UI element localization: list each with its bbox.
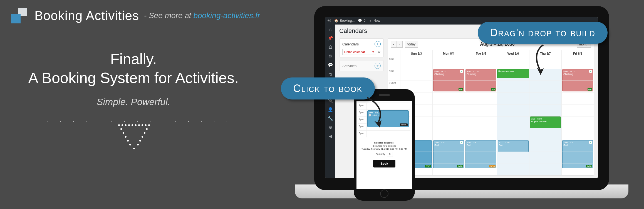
selected-line2: Tuesday, February 21, 2017 3:00 PM 5:30 … [361, 148, 407, 150]
wp-new-label: New [373, 19, 380, 23]
tools-icon[interactable]: 🔧 [325, 114, 335, 123]
calendar-select-value: Demo calendar [344, 50, 365, 54]
day-fri: Fri 8/8 [561, 50, 594, 57]
collapse-icon[interactable]: ◀ [325, 132, 335, 140]
book-button[interactable]: Book [373, 160, 395, 167]
wp-site-link[interactable]: 🏠 Booking... [334, 19, 355, 23]
callout-click-to-book: Click to book [281, 77, 375, 99]
settings-icon[interactable]: ⚙ [325, 123, 335, 132]
hero-copy: Finally. A Booking System for Activities… [0, 50, 267, 149]
hero-line2: A Booking System for Activities. [28, 69, 239, 86]
hero-line1: Finally. [110, 50, 157, 67]
media-icon[interactable]: 🖾 [325, 43, 335, 51]
wp-comments-link[interactable]: 💬 0 [358, 19, 365, 23]
see-more-label: - See more at [144, 11, 193, 20]
check-icon: ✓ [460, 70, 463, 73]
pin-icon[interactable]: 📌 [325, 34, 335, 42]
calendar-editor: ‹ › today Aug 3 – 10, 2036 month [388, 38, 594, 176]
products-icon[interactable]: 🛍 [325, 70, 335, 78]
panel-calendars: Calendars ＋ Demo calendar▾ ⚙ [339, 38, 384, 57]
comments-icon[interactable]: 💬 [325, 61, 335, 69]
check-icon: ✓ [589, 70, 592, 73]
phone-home-button[interactable] [380, 189, 388, 198]
brand-subtitle: - See more at booking-activities.fr [144, 11, 260, 20]
brand-title: Booking Activities [34, 8, 139, 23]
divider-dots: · · · · · · · · · · · · · · · · [34, 118, 232, 124]
calendar-select[interactable]: Demo calendar▾ [342, 49, 376, 55]
check-icon: ✓ [460, 141, 463, 144]
pages-icon[interactable]: 🗐 [325, 52, 335, 60]
hero-line3: Simple. Powerful. [97, 96, 170, 107]
panel-activities: Activities ＋ [339, 60, 384, 71]
chevron-down-icon [118, 124, 149, 149]
logo-icon [11, 8, 27, 23]
wp-admin-sidebar: ⌂ 📌 🖾 🗐 💬 🛍 📅 🖌 🔌 👤 🔧 ⚙ ◀ [325, 25, 335, 178]
day-mon: Mon 8/4 [432, 50, 465, 57]
cal-today-button[interactable]: today [405, 41, 418, 48]
add-calendar-button[interactable]: ＋ [375, 41, 381, 47]
check-icon: ✓ [589, 141, 592, 144]
wp-comments-count: 0 [363, 19, 365, 23]
day-tue: Tue 8/5 [465, 50, 497, 57]
dashboard-icon[interactable]: ⌂ [325, 25, 335, 33]
add-activity-button[interactable]: ＋ [375, 63, 381, 69]
wp-logo-icon[interactable]: ⓦ [328, 18, 331, 23]
cal-grid[interactable]: 8am 9am 9:00 - 11:00Climbing✓0/6 9:00 - … [388, 57, 594, 175]
brand-header: Booking Activities - See more at booking… [11, 8, 260, 23]
day-wed: Wed 8/6 [497, 50, 529, 57]
selected-line1: 3 courses for 2 persons [373, 145, 396, 147]
quantity-stepper[interactable]: 3 [387, 152, 393, 157]
panel-calendars-title: Calendars [342, 42, 359, 46]
cal-day-headers: Sun 8/3 Mon 8/4 Tue 8/5 Wed 8/6 Thu 8/7 … [388, 50, 594, 57]
cal-prev-button[interactable]: ‹ [391, 41, 397, 48]
brand-link[interactable]: booking-activities.fr [193, 11, 260, 20]
users-icon[interactable]: 👤 [325, 105, 335, 114]
selected-schedule-label: Selected schedule: [359, 141, 409, 144]
arrow-drag-to-build [527, 43, 552, 77]
phone-selected-info: Selected schedule: 3 courses for 2 perso… [356, 139, 412, 170]
panel-activities-title: Activities [342, 64, 356, 68]
wp-new-link[interactable]: ＋ New [369, 18, 380, 23]
quantity-label: Quantity [376, 152, 385, 156]
callout-drag-to-build: Drag'n drop to build [478, 22, 608, 44]
day-sun: Sun 8/3 [400, 50, 432, 57]
calendar-settings-icon[interactable]: ⚙ [378, 50, 381, 54]
arrow-click-to-book [361, 95, 392, 131]
cal-next-button[interactable]: › [397, 41, 403, 48]
wp-site-name: Booking... [340, 19, 355, 23]
